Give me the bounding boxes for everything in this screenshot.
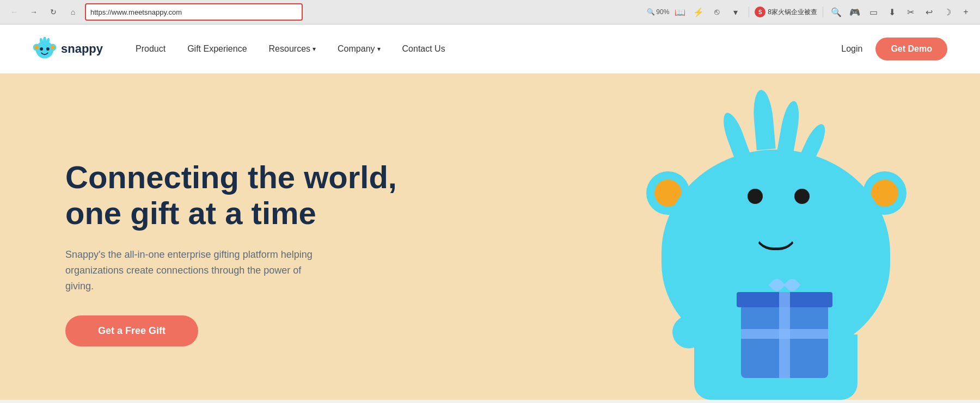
- undo-button[interactable]: ↩: [921, 4, 936, 20]
- lightning-button[interactable]: ⚡: [691, 4, 706, 20]
- scissors-button[interactable]: ✂: [903, 4, 918, 20]
- snappy-logo-icon: [33, 37, 57, 61]
- monster-eye-right: [794, 189, 810, 204]
- monster-smile: [754, 231, 798, 250]
- logo-link[interactable]: snappy: [33, 37, 103, 61]
- address-bar[interactable]: [85, 3, 303, 21]
- reload-button[interactable]: ↻: [46, 4, 61, 20]
- back-button[interactable]: ←: [7, 4, 22, 20]
- monster-character: [612, 95, 939, 400]
- website: snappy Product Gift Experience Resources…: [0, 24, 980, 400]
- sidebar-button[interactable]: ▭: [866, 4, 881, 20]
- gift-ribbon-horizontal: [741, 329, 828, 339]
- svg-point-5: [40, 47, 43, 51]
- extension-badge: S: [755, 7, 765, 17]
- dark-mode-button[interactable]: ☽: [940, 4, 955, 20]
- free-gift-label: Get a Free Gift: [98, 325, 166, 336]
- gift-box: [741, 302, 828, 378]
- monster-eye-left: [748, 189, 763, 204]
- reader-mode-button[interactable]: 📖: [672, 4, 688, 20]
- nav-product-label: Product: [136, 44, 166, 54]
- nav-gift-experience-label: Gift Experience: [187, 44, 247, 54]
- monster-spike-3: [777, 100, 803, 156]
- company-chevron-icon: ▾: [377, 45, 381, 53]
- resources-chevron-icon: ▾: [313, 45, 316, 53]
- hero-section: Connecting the world,one gift at a time …: [0, 73, 980, 400]
- logo-text: snappy: [61, 42, 103, 56]
- zoom-value: 90%: [656, 8, 669, 16]
- hero-illustration: [572, 84, 980, 400]
- login-link[interactable]: Login: [841, 44, 862, 54]
- free-gift-button[interactable]: Get a Free Gift: [65, 315, 198, 346]
- nav-resources-label: Resources: [269, 44, 310, 54]
- share-button[interactable]: ⎋: [709, 4, 725, 20]
- home-button[interactable]: ⌂: [65, 4, 81, 20]
- browser-chrome: ← → ↻ ⌂ 🔍 90% 📖 ⚡ ⎋ ▾ S 8家火锅企业被查 🔍: [0, 0, 980, 24]
- nav-product[interactable]: Product: [136, 44, 166, 54]
- gift-bow: [771, 279, 798, 292]
- dropdown-button[interactable]: ▾: [728, 4, 743, 20]
- address-bar-container: [85, 3, 303, 21]
- nav-company-label: Company: [338, 44, 375, 54]
- toolbar-divider-2: [823, 7, 823, 17]
- navbar: snappy Product Gift Experience Resources…: [0, 24, 980, 73]
- svg-point-2: [35, 45, 39, 49]
- zoom-indicator: 🔍 90%: [647, 8, 669, 16]
- hero-content: Connecting the world,one gift at a time …: [65, 159, 397, 347]
- nav-contact-us-label: Contact Us: [402, 44, 445, 54]
- nav-gift-experience[interactable]: Gift Experience: [187, 44, 247, 54]
- forward-button[interactable]: →: [26, 4, 41, 20]
- gamepad-button[interactable]: 🎮: [847, 4, 862, 20]
- browser-search-button[interactable]: 🔍: [829, 4, 844, 20]
- search-icon: 🔍: [647, 8, 655, 16]
- nav-links: Product Gift Experience Resources ▾ Comp…: [136, 44, 841, 54]
- nav-company[interactable]: Company ▾: [338, 44, 380, 54]
- hero-subtitle: Snappy's the all-in-one enterprise gifti…: [65, 247, 327, 294]
- login-label: Login: [841, 44, 862, 53]
- extension-area: S 8家火锅企业被查: [755, 7, 817, 17]
- download-button[interactable]: ⬇: [884, 4, 899, 20]
- nav-contact-us[interactable]: Contact Us: [402, 44, 445, 54]
- get-demo-button[interactable]: Get Demo: [875, 38, 947, 60]
- get-demo-label: Get Demo: [891, 44, 932, 53]
- nav-resources[interactable]: Resources ▾: [269, 44, 316, 54]
- extension-text: 8家火锅企业被查: [768, 8, 817, 17]
- monster-spike-2: [751, 89, 775, 151]
- svg-point-4: [51, 45, 54, 49]
- hero-title: Connecting the world,one gift at a time: [65, 159, 397, 232]
- browser-right-controls: 🔍 90% 📖 ⚡ ⎋ ▾ S 8家火锅企业被查 🔍 🎮 ▭ ⬇ ✂ ↩ ☽ +: [307, 4, 973, 20]
- settings-button[interactable]: +: [958, 4, 973, 20]
- toolbar-divider: [749, 7, 749, 17]
- browser-toolbar: ← → ↻ ⌂ 🔍 90% 📖 ⚡ ⎋ ▾ S 8家火锅企业被查 🔍: [0, 0, 980, 24]
- svg-point-6: [46, 47, 50, 51]
- nav-right: Login Get Demo: [841, 38, 947, 60]
